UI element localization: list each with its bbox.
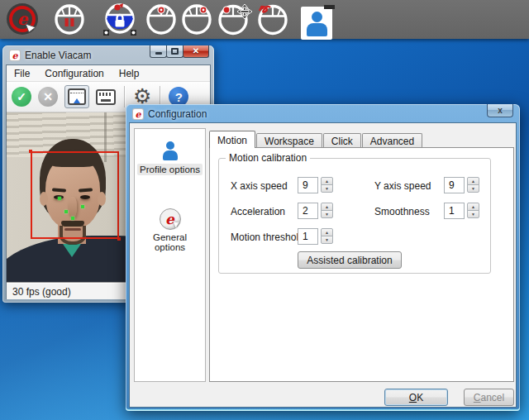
tracking-marker	[64, 210, 68, 213]
profile-options-label: Profile options	[137, 164, 203, 175]
spin-down-button[interactable]: ▼	[321, 236, 333, 244]
enable-tracking-button[interactable]: ✓	[12, 87, 31, 107]
gear-icon[interactable]: ⚙	[133, 86, 151, 107]
check-icon: ✓	[17, 91, 26, 103]
dialog-titlebar: e Configuration	[132, 107, 207, 121]
minus-badge-icon	[324, 5, 335, 9]
ok-button[interactable]: OK	[384, 389, 448, 406]
cross-icon: ✕	[43, 91, 53, 103]
spin-down-button[interactable]: ▼	[321, 184, 333, 193]
fps-status: 30 fps (good)	[12, 286, 71, 298]
options-sidebar: Profile options e General options	[134, 128, 206, 382]
disable-tracking-button[interactable]: ✕	[38, 87, 58, 107]
dialog-close-button[interactable]: x	[487, 104, 513, 117]
launcher-bar: e	[0, 0, 529, 39]
tab-workspace[interactable]: Workspace	[256, 133, 322, 148]
mouse-pause-icon[interactable]	[53, 4, 86, 35]
spin-down-button[interactable]: ▼	[467, 210, 479, 218]
y-axis-speed-input[interactable]	[444, 177, 465, 193]
mouse-right-click-icon[interactable]	[180, 4, 213, 35]
main-window-titlebar: e Enable Viacam	[9, 49, 92, 62]
mouse-draw-icon[interactable]	[255, 3, 289, 36]
motion-threshold-input[interactable]	[298, 228, 318, 245]
close-x-icon: x	[498, 106, 503, 115]
pointer-window-toggle[interactable]	[64, 85, 89, 108]
close-button[interactable]: ✕	[183, 45, 209, 58]
assisted-calibration-button[interactable]: Assisted calibration	[298, 251, 402, 269]
pointer-window-icon	[68, 88, 86, 105]
sidebar-item-profile-options[interactable]: Profile options	[135, 141, 205, 175]
minimize-button[interactable]	[150, 45, 167, 58]
smoothness-spinner: ▲ ▼	[444, 203, 479, 219]
tracking-marker	[58, 197, 61, 200]
x-axis-speed-label: X axis speed	[231, 180, 288, 192]
dialog-title: Configuration	[148, 108, 207, 120]
spin-down-button[interactable]: ▼	[467, 184, 479, 193]
acceleration-label: Acceleration	[231, 206, 285, 217]
onscreen-keyboard-button[interactable]	[96, 89, 116, 105]
smoothness-label: Smoothness	[374, 206, 430, 217]
general-options-label: General options	[135, 231, 205, 253]
group-title: Motion calibration	[226, 152, 310, 164]
spin-down-button[interactable]: ▼	[321, 210, 333, 218]
profile-options-icon	[160, 141, 181, 162]
tab-advanced[interactable]: Advanced	[362, 133, 422, 148]
settings-tabs: Motion Workspace Click Advanced	[209, 131, 423, 148]
motion-threshold-spinner: ▲ ▼	[298, 228, 333, 245]
person-body	[307, 23, 327, 36]
profile-card-icon[interactable]	[301, 7, 332, 40]
menu-file[interactable]: File	[7, 65, 37, 81]
tab-click[interactable]: Click	[323, 133, 361, 148]
motion-threshold-label: Motion threshold	[231, 231, 304, 243]
mouse-lock-icon[interactable]	[101, 2, 139, 37]
question-icon: ?	[175, 91, 183, 103]
x-axis-speed-input[interactable]	[298, 177, 318, 193]
main-window-title: Enable Viacam	[25, 50, 92, 61]
general-options-icon: e	[160, 208, 181, 230]
toolbar-separator	[124, 86, 125, 107]
mouse-left-click-icon[interactable]	[145, 4, 178, 35]
acceleration-input[interactable]	[298, 203, 318, 219]
menu-configuration[interactable]: Configuration	[37, 65, 111, 81]
y-axis-speed-spinner: ▲ ▼	[444, 177, 479, 193]
tab-motion[interactable]: Motion	[209, 131, 255, 148]
person-head	[312, 12, 322, 22]
eviacam-app-icon: e	[132, 108, 144, 120]
face-tracking-rectangle	[31, 151, 119, 239]
tracking-marker	[71, 217, 74, 220]
x-axis-speed-spinner: ▲ ▼	[298, 177, 333, 193]
tracking-marker	[81, 205, 84, 208]
maximize-button[interactable]	[166, 45, 183, 58]
configuration-dialog: e Configuration x Profile options e Gene…	[126, 104, 520, 411]
eviacam-logo-icon[interactable]: e	[6, 2, 39, 40]
motion-calibration-group: Motion calibration X axis speed ▲ ▼ Y ax…	[218, 158, 491, 274]
menu-help[interactable]: Help	[112, 65, 147, 81]
motion-tab-panel: Motion calibration X axis speed ▲ ▼ Y ax…	[209, 147, 514, 382]
mouse-drag-icon[interactable]	[217, 3, 255, 36]
sidebar-item-general-options[interactable]: e General options	[135, 208, 205, 253]
y-axis-speed-label: Y axis speed	[374, 180, 431, 192]
acceleration-spinner: ▲ ▼	[298, 203, 333, 219]
smoothness-input[interactable]	[444, 203, 465, 219]
cancel-button[interactable]: Cancel	[464, 389, 514, 406]
eviacam-app-icon: e	[9, 50, 21, 61]
menu-bar: File Configuration Help	[7, 65, 210, 82]
